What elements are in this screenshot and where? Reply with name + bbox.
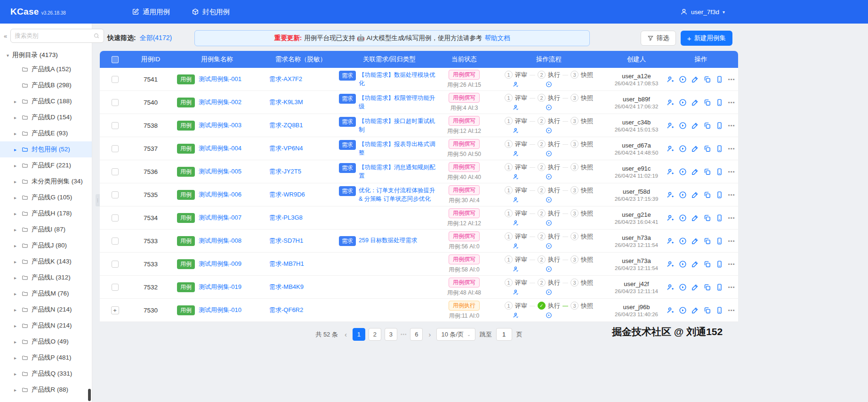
execute-play-icon[interactable] — [546, 289, 552, 296]
related-requirement-text[interactable]: 259 目标数据处理需求 — [359, 236, 417, 245]
sidebar-tree-item[interactable]: ▸ 产品线D (154) — [0, 109, 92, 125]
row-checkbox[interactable] — [112, 191, 119, 198]
edit-icon[interactable] — [691, 168, 699, 176]
reviewer-icon[interactable] — [513, 127, 519, 135]
panel-drag-handle[interactable]: ⋮ — [96, 194, 100, 206]
case-set-name-link[interactable]: 测试用例集-019 — [199, 283, 241, 291]
edit-icon[interactable] — [691, 191, 699, 199]
edit-icon[interactable] — [691, 75, 699, 83]
mobile-icon[interactable] — [715, 260, 723, 268]
execute-play-icon[interactable] — [546, 266, 552, 273]
assign-review-icon[interactable] — [667, 75, 675, 83]
pagination-page-3[interactable]: 3 — [385, 328, 397, 341]
sidebar-tree-item[interactable]: ▸ 产品线N (214) — [0, 318, 92, 334]
assign-review-icon[interactable] — [667, 168, 675, 176]
edit-icon[interactable] — [691, 98, 699, 107]
sidebar-tree-item[interactable]: ▸ 未分类用例集 (34) — [0, 173, 92, 189]
category-search[interactable] — [10, 29, 104, 43]
requirement-link[interactable]: 需求-WR9D6 — [269, 190, 305, 199]
copy-icon[interactable] — [703, 145, 711, 153]
copy-icon[interactable] — [703, 191, 711, 199]
category-search-input[interactable] — [15, 33, 90, 39]
assign-review-icon[interactable] — [667, 145, 675, 153]
more-actions-icon[interactable]: ⋯ — [728, 168, 735, 176]
edit-icon[interactable] — [691, 237, 699, 245]
row-checkbox[interactable] — [112, 122, 119, 129]
sidebar-tree-item[interactable]: ▸ 产品线N (214) — [0, 302, 92, 318]
more-actions-icon[interactable]: ⋯ — [728, 237, 735, 245]
more-actions-icon[interactable]: ⋯ — [728, 283, 735, 291]
more-actions-icon[interactable]: ⋯ — [728, 260, 735, 268]
more-actions-icon[interactable]: ⋯ — [728, 98, 735, 107]
row-checkbox[interactable] — [112, 238, 119, 245]
execute-play-icon[interactable] — [546, 81, 552, 89]
sidebar-tree-item[interactable]: ▸ 产品线R (88) — [0, 382, 92, 398]
pagination-page-1[interactable]: 1 — [353, 328, 365, 341]
case-set-name-link[interactable]: 测试用例集-004 — [199, 144, 241, 153]
execute-play-icon[interactable] — [546, 220, 552, 227]
requirement-link[interactable]: 需求-ZQ8B1 — [269, 121, 303, 130]
related-requirement-text[interactable]: 【功能需求】权限管理功能升级 — [359, 94, 438, 111]
requirement-link[interactable]: 需求-K9L3M — [269, 98, 303, 107]
quick-filter-all-link[interactable]: 全部(4172) — [140, 34, 172, 42]
reviewer-icon[interactable] — [513, 104, 519, 112]
requirement-link[interactable]: 需求-PL3G8 — [269, 213, 303, 222]
app-logo[interactable]: KCase v3.26.18.38 — [10, 7, 66, 17]
help-doc-link[interactable]: 帮助文档 — [485, 34, 510, 42]
reviewer-icon[interactable] — [513, 266, 519, 273]
assign-review-icon[interactable] — [667, 260, 675, 268]
execute-icon[interactable] — [679, 191, 687, 199]
more-actions-icon[interactable]: ⋯ — [728, 214, 735, 222]
pagination-next[interactable]: › — [427, 330, 432, 338]
tree-root[interactable]: ▾ 用例目录 (4173) — [0, 47, 92, 61]
execute-play-icon[interactable] — [546, 150, 552, 158]
row-checkbox[interactable] — [112, 145, 119, 152]
sidebar-tree-item[interactable]: ▸ 产品线P (481) — [0, 350, 92, 366]
reviewer-icon[interactable] — [513, 220, 519, 227]
reviewer-icon[interactable] — [513, 289, 519, 296]
execute-icon[interactable] — [679, 306, 687, 314]
sidebar-tree-item[interactable]: ▸ 产品线G (105) — [0, 189, 92, 205]
more-actions-icon[interactable]: ⋯ — [728, 306, 735, 314]
sidebar-tree-item[interactable]: ▸ 产品线L (312) — [0, 270, 92, 286]
reviewer-icon[interactable] — [513, 81, 519, 89]
pagination-page-2[interactable]: 2 — [369, 328, 381, 341]
requirement-link[interactable]: 需求-SD7H1 — [269, 237, 303, 245]
sidebar-tree-item[interactable]: ▸ 产品线E (93) — [0, 125, 92, 141]
related-requirement-text[interactable]: 【功能需求】接口超时重试机制 — [359, 117, 438, 134]
requirement-link[interactable]: 需求-AX7F2 — [269, 75, 302, 83]
execute-icon[interactable] — [679, 75, 687, 83]
row-checkbox[interactable] — [112, 261, 119, 268]
assign-review-icon[interactable] — [667, 283, 675, 291]
assign-review-icon[interactable] — [667, 122, 675, 130]
page-size-select[interactable]: 10 条/页 ⌄ — [436, 328, 475, 341]
copy-icon[interactable] — [703, 283, 711, 291]
row-checkbox[interactable] — [112, 214, 119, 222]
jump-page-input[interactable] — [496, 328, 512, 341]
execute-icon[interactable] — [679, 168, 687, 176]
case-set-name-link[interactable]: 测试用例集-002 — [199, 98, 241, 107]
mobile-icon[interactable] — [715, 168, 723, 176]
sidebar-tree-item[interactable]: ▸ 产品线M (76) — [0, 286, 92, 302]
pagination-ellipsis[interactable]: ••• — [401, 328, 407, 341]
mobile-icon[interactable] — [715, 214, 723, 222]
reviewer-icon[interactable] — [513, 197, 519, 204]
related-requirement-text[interactable]: 优化：订单支付流程体验提升 & 分策略 订单状态同步优化 — [359, 186, 438, 203]
user-menu[interactable]: user_7f3d ▾ — [680, 8, 725, 16]
execute-play-icon[interactable] — [546, 104, 552, 112]
assign-review-icon[interactable] — [667, 191, 675, 199]
sidebar-scrollbar-thumb[interactable] — [88, 389, 91, 401]
row-expand-button[interactable]: + — [111, 306, 119, 314]
copy-icon[interactable] — [703, 237, 711, 245]
edit-icon[interactable] — [691, 306, 699, 314]
mobile-icon[interactable] — [715, 237, 723, 245]
requirement-link[interactable]: 需求-QF6R2 — [269, 306, 303, 314]
case-set-name-link[interactable]: 测试用例集-006 — [199, 190, 241, 199]
select-all-checkbox[interactable] — [112, 56, 119, 63]
related-requirement-text[interactable]: 【功能需求】报表导出格式调整 — [359, 140, 438, 157]
requirement-link[interactable]: 需求-VP6N4 — [269, 144, 303, 153]
sidebar-tree-item[interactable]: ▸ 封包用例 (52) — [0, 141, 92, 157]
case-set-name-link[interactable]: 测试用例集-005 — [199, 167, 241, 176]
sidebar-tree-item[interactable]: ▸ 产品线I (87) — [0, 222, 92, 238]
copy-icon[interactable] — [703, 168, 711, 176]
